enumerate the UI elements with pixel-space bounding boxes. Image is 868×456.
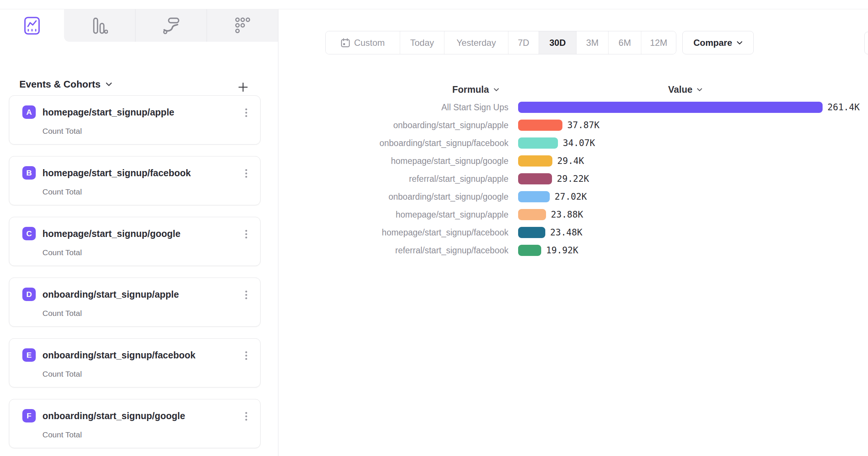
report-type-tab-bar bbox=[0, 9, 278, 42]
bar[interactable] bbox=[518, 227, 545, 238]
plus-icon bbox=[238, 82, 248, 92]
date-range-control: Custom Today Yesterday 7D 30D 3M 6M 12M bbox=[325, 31, 676, 54]
bar-category-label: homepage/start_signup/facebook bbox=[298, 227, 508, 238]
date-range-label: 6M bbox=[619, 38, 631, 48]
clipped-edge-button[interactable] bbox=[864, 32, 868, 54]
formula-header-label: Formula bbox=[452, 84, 489, 95]
event-letter-badge: D bbox=[22, 288, 36, 301]
tab-retention[interactable] bbox=[207, 9, 278, 42]
bar[interactable] bbox=[518, 137, 558, 149]
bar-category-label: onboarding/start_signup/apple bbox=[298, 120, 508, 131]
formula-column-header[interactable]: Formula bbox=[452, 84, 499, 95]
bar-value-label: 27.02K bbox=[555, 191, 587, 202]
date-range-30d[interactable]: 30D bbox=[539, 31, 576, 54]
bar-value-label: 261.4K bbox=[827, 102, 860, 113]
event-letter-badge: F bbox=[22, 409, 36, 422]
event-card[interactable]: C homepage/start_signup/google Count Tot… bbox=[9, 217, 261, 266]
bar-category-label: All Start Sign Ups bbox=[298, 102, 508, 113]
bar-category-label: homepage/start_signup/apple bbox=[298, 209, 508, 220]
bar-category-label: onboarding/start_signup/google bbox=[298, 191, 508, 202]
event-letter-badge: A bbox=[22, 105, 36, 119]
date-range-12m[interactable]: 12M bbox=[641, 31, 676, 54]
bar[interactable] bbox=[518, 120, 562, 131]
chevron-down-icon bbox=[697, 88, 702, 92]
event-metric[interactable]: Count Total bbox=[42, 187, 82, 196]
chevron-down-icon bbox=[106, 82, 112, 86]
compare-label: Compare bbox=[693, 38, 732, 48]
event-card[interactable]: B homepage/start_signup/facebook Count T… bbox=[9, 156, 261, 205]
calendar-icon bbox=[341, 38, 350, 48]
event-metric[interactable]: Count Total bbox=[42, 430, 82, 439]
event-card[interactable]: F onboarding/start_signup/google Count T… bbox=[9, 399, 261, 448]
event-card[interactable]: D onboarding/start_signup/apple Count To… bbox=[9, 278, 261, 327]
line-chart-icon bbox=[24, 17, 40, 35]
event-name: onboarding/start_signup/apple bbox=[42, 289, 179, 300]
value-header-label: Value bbox=[668, 84, 692, 95]
event-letter-badge: C bbox=[22, 227, 36, 240]
date-range-label: Custom bbox=[354, 38, 385, 48]
bar[interactable] bbox=[518, 102, 823, 113]
compare-button[interactable]: Compare bbox=[682, 31, 754, 54]
event-metric[interactable]: Count Total bbox=[42, 370, 82, 379]
kebab-menu-icon[interactable] bbox=[241, 228, 251, 240]
date-range-label: Yesterday bbox=[457, 38, 496, 48]
kebab-menu-icon[interactable] bbox=[241, 106, 251, 119]
tab-flows[interactable] bbox=[135, 9, 207, 42]
event-card[interactable]: E onboarding/start_signup/facebook Count… bbox=[9, 338, 261, 387]
bar-category-label: homepage/start_signup/google bbox=[298, 155, 508, 167]
date-range-6m[interactable]: 6M bbox=[608, 31, 641, 54]
date-range-label: 30D bbox=[549, 38, 566, 48]
event-letter-badge: B bbox=[22, 166, 36, 180]
kebab-menu-icon[interactable] bbox=[241, 167, 251, 180]
tab-funnels[interactable] bbox=[64, 9, 135, 42]
chevron-down-icon bbox=[494, 88, 499, 92]
event-name: homepage/start_signup/facebook bbox=[42, 168, 191, 178]
flows-icon bbox=[163, 17, 180, 34]
bar-value-label: 29.4K bbox=[557, 155, 584, 167]
date-range-7d[interactable]: 7D bbox=[508, 31, 539, 54]
date-range-label: 3M bbox=[586, 38, 599, 48]
date-range-today[interactable]: Today bbox=[400, 31, 444, 54]
bar[interactable] bbox=[518, 191, 550, 202]
bar-category-label: referral/start_signup/apple bbox=[298, 173, 508, 184]
event-metric[interactable]: Count Total bbox=[42, 309, 82, 318]
event-name: homepage/start_signup/google bbox=[42, 228, 181, 239]
bar[interactable] bbox=[518, 209, 546, 220]
event-card[interactable]: A homepage/start_signup/apple Count Tota… bbox=[9, 95, 261, 145]
bar[interactable] bbox=[518, 173, 552, 184]
bar[interactable] bbox=[518, 155, 552, 167]
date-range-yesterday[interactable]: Yesterday bbox=[444, 31, 508, 54]
event-name: onboarding/start_signup/facebook bbox=[42, 350, 195, 361]
bar-value-label: 34.07K bbox=[563, 137, 595, 149]
bar-value-label: 23.88K bbox=[551, 209, 583, 220]
add-event-button[interactable] bbox=[235, 80, 251, 95]
date-range-label: 12M bbox=[650, 38, 667, 48]
kebab-menu-icon[interactable] bbox=[241, 349, 251, 362]
retention-dots-icon bbox=[234, 17, 251, 34]
bar-value-label: 29.22K bbox=[557, 173, 589, 184]
inactive-tabs bbox=[64, 9, 278, 42]
value-column-header[interactable]: Value bbox=[668, 84, 702, 95]
tab-insights[interactable] bbox=[0, 9, 64, 42]
event-metric[interactable]: Count Total bbox=[42, 248, 82, 257]
kebab-menu-icon[interactable] bbox=[241, 410, 251, 422]
event-name: homepage/start_signup/apple bbox=[42, 107, 174, 118]
query-sidebar: Events & Cohorts A homepage/start_signup… bbox=[0, 9, 278, 456]
event-metric[interactable]: Count Total bbox=[42, 127, 82, 136]
events-cohorts-heading[interactable]: Events & Cohorts bbox=[19, 79, 112, 90]
date-range-custom[interactable]: Custom bbox=[326, 31, 400, 54]
bar[interactable] bbox=[518, 245, 541, 256]
chevron-down-icon bbox=[737, 41, 743, 45]
date-range-label: 7D bbox=[518, 38, 529, 48]
date-range-3m[interactable]: 3M bbox=[576, 31, 608, 54]
events-cohorts-label: Events & Cohorts bbox=[19, 79, 100, 90]
bar-chart-icon bbox=[92, 17, 108, 34]
date-range-label: Today bbox=[410, 38, 434, 48]
top-strip bbox=[0, 0, 868, 9]
kebab-menu-icon[interactable] bbox=[241, 288, 251, 301]
event-letter-badge: E bbox=[22, 348, 36, 362]
bar-category-label: referral/start_signup/facebook bbox=[298, 245, 508, 256]
bar-category-label: onboarding/start_signup/facebook bbox=[298, 137, 508, 149]
bar-value-label: 23.48K bbox=[550, 227, 583, 238]
event-name: onboarding/start_signup/google bbox=[42, 411, 185, 421]
